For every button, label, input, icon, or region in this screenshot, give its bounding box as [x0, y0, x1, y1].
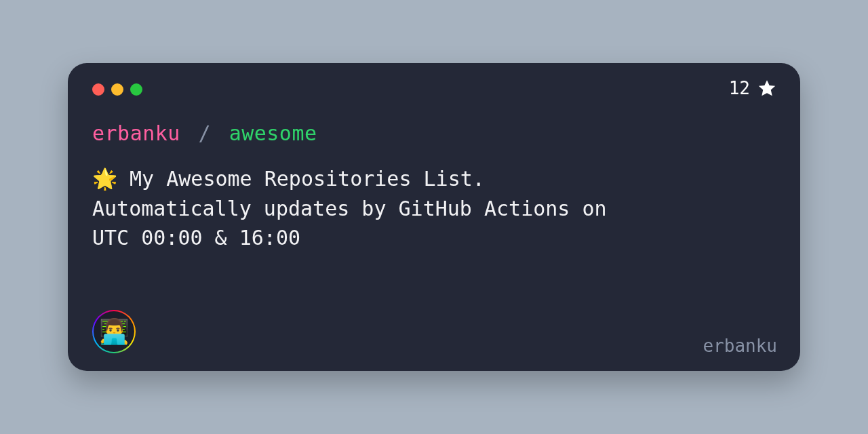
repo-description: 🌟 My Awesome Repositories List. Automati…	[92, 164, 743, 253]
star-count: 12	[729, 78, 777, 98]
minimize-icon[interactable]	[111, 83, 123, 96]
repo-card: 12 erbanku / awesome 🌟 My Awesome Reposi…	[68, 63, 800, 371]
user-handle[interactable]: erbanku	[703, 336, 777, 356]
repo-name[interactable]: awesome	[229, 121, 317, 145]
repo-separator: /	[199, 121, 212, 145]
avatar-emoji: 👨‍💻	[94, 311, 134, 352]
repo-owner[interactable]: erbanku	[92, 121, 180, 145]
window-traffic-lights	[92, 83, 776, 96]
star-count-value: 12	[729, 78, 750, 98]
star-icon	[757, 78, 777, 98]
repo-title: erbanku / awesome	[92, 121, 776, 145]
avatar[interactable]: 👨‍💻	[92, 310, 136, 353]
zoom-icon[interactable]	[130, 83, 142, 96]
close-icon[interactable]	[92, 83, 104, 96]
